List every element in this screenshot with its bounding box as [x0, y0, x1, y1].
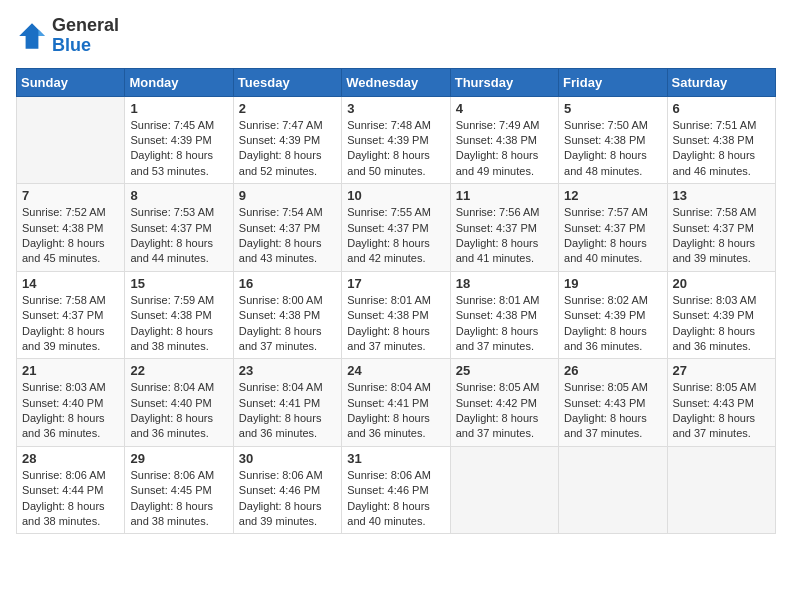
sunset: Sunset: 4:40 PM	[22, 397, 103, 409]
day-info: Sunrise: 7:47 AM Sunset: 4:39 PM Dayligh…	[239, 118, 336, 180]
calendar-cell: 7 Sunrise: 7:52 AM Sunset: 4:38 PM Dayli…	[17, 184, 125, 272]
day-info: Sunrise: 8:04 AM Sunset: 4:41 PM Dayligh…	[239, 380, 336, 442]
sunrise: Sunrise: 8:03 AM	[673, 294, 757, 306]
daylight-label: Daylight: 8 hours and 38 minutes.	[130, 325, 213, 352]
day-number: 30	[239, 451, 336, 466]
sunrise: Sunrise: 7:58 AM	[673, 206, 757, 218]
day-number: 29	[130, 451, 227, 466]
day-number: 19	[564, 276, 661, 291]
calendar-cell: 29 Sunrise: 8:06 AM Sunset: 4:45 PM Dayl…	[125, 446, 233, 534]
daylight-label: Daylight: 8 hours and 40 minutes.	[347, 500, 430, 527]
sunrise: Sunrise: 8:05 AM	[456, 381, 540, 393]
logo: General Blue	[16, 16, 119, 56]
sunset: Sunset: 4:39 PM	[673, 309, 754, 321]
calendar-cell: 25 Sunrise: 8:05 AM Sunset: 4:42 PM Dayl…	[450, 359, 558, 447]
day-header-tuesday: Tuesday	[233, 68, 341, 96]
day-info: Sunrise: 8:01 AM Sunset: 4:38 PM Dayligh…	[456, 293, 553, 355]
daylight-label: Daylight: 8 hours and 40 minutes.	[564, 237, 647, 264]
day-info: Sunrise: 7:54 AM Sunset: 4:37 PM Dayligh…	[239, 205, 336, 267]
day-number: 7	[22, 188, 119, 203]
calendar-cell: 11 Sunrise: 7:56 AM Sunset: 4:37 PM Dayl…	[450, 184, 558, 272]
daylight-label: Daylight: 8 hours and 48 minutes.	[564, 149, 647, 176]
sunrise: Sunrise: 8:04 AM	[347, 381, 431, 393]
sunrise: Sunrise: 7:47 AM	[239, 119, 323, 131]
calendar-cell	[559, 446, 667, 534]
sunset: Sunset: 4:39 PM	[564, 309, 645, 321]
day-info: Sunrise: 7:50 AM Sunset: 4:38 PM Dayligh…	[564, 118, 661, 180]
day-number: 1	[130, 101, 227, 116]
daylight-label: Daylight: 8 hours and 37 minutes.	[673, 412, 756, 439]
day-number: 20	[673, 276, 770, 291]
sunset: Sunset: 4:46 PM	[239, 484, 320, 496]
day-info: Sunrise: 8:06 AM Sunset: 4:46 PM Dayligh…	[347, 468, 444, 530]
calendar-cell: 28 Sunrise: 8:06 AM Sunset: 4:44 PM Dayl…	[17, 446, 125, 534]
sunset: Sunset: 4:43 PM	[673, 397, 754, 409]
sunset: Sunset: 4:38 PM	[456, 309, 537, 321]
day-number: 6	[673, 101, 770, 116]
calendar-cell: 4 Sunrise: 7:49 AM Sunset: 4:38 PM Dayli…	[450, 96, 558, 184]
daylight-label: Daylight: 8 hours and 36 minutes.	[347, 412, 430, 439]
daylight-label: Daylight: 8 hours and 50 minutes.	[347, 149, 430, 176]
day-info: Sunrise: 8:03 AM Sunset: 4:39 PM Dayligh…	[673, 293, 770, 355]
day-info: Sunrise: 8:04 AM Sunset: 4:41 PM Dayligh…	[347, 380, 444, 442]
calendar-cell: 24 Sunrise: 8:04 AM Sunset: 4:41 PM Dayl…	[342, 359, 450, 447]
sunset: Sunset: 4:37 PM	[347, 222, 428, 234]
calendar-cell: 31 Sunrise: 8:06 AM Sunset: 4:46 PM Dayl…	[342, 446, 450, 534]
calendar-cell: 18 Sunrise: 8:01 AM Sunset: 4:38 PM Dayl…	[450, 271, 558, 359]
svg-marker-1	[38, 29, 44, 35]
daylight-label: Daylight: 8 hours and 37 minutes.	[239, 325, 322, 352]
day-number: 9	[239, 188, 336, 203]
sunrise: Sunrise: 7:52 AM	[22, 206, 106, 218]
day-info: Sunrise: 7:57 AM Sunset: 4:37 PM Dayligh…	[564, 205, 661, 267]
calendar-cell: 6 Sunrise: 7:51 AM Sunset: 4:38 PM Dayli…	[667, 96, 775, 184]
daylight-label: Daylight: 8 hours and 45 minutes.	[22, 237, 105, 264]
sunrise: Sunrise: 7:55 AM	[347, 206, 431, 218]
sunrise: Sunrise: 8:06 AM	[347, 469, 431, 481]
day-number: 3	[347, 101, 444, 116]
calendar-week-3: 14 Sunrise: 7:58 AM Sunset: 4:37 PM Dayl…	[17, 271, 776, 359]
day-info: Sunrise: 7:52 AM Sunset: 4:38 PM Dayligh…	[22, 205, 119, 267]
day-number: 2	[239, 101, 336, 116]
sunrise: Sunrise: 7:50 AM	[564, 119, 648, 131]
sunset: Sunset: 4:38 PM	[130, 309, 211, 321]
sunset: Sunset: 4:38 PM	[564, 134, 645, 146]
sunrise: Sunrise: 8:05 AM	[564, 381, 648, 393]
calendar-cell: 1 Sunrise: 7:45 AM Sunset: 4:39 PM Dayli…	[125, 96, 233, 184]
day-header-monday: Monday	[125, 68, 233, 96]
calendar-cell: 8 Sunrise: 7:53 AM Sunset: 4:37 PM Dayli…	[125, 184, 233, 272]
day-info: Sunrise: 7:55 AM Sunset: 4:37 PM Dayligh…	[347, 205, 444, 267]
calendar-week-4: 21 Sunrise: 8:03 AM Sunset: 4:40 PM Dayl…	[17, 359, 776, 447]
sunset: Sunset: 4:38 PM	[239, 309, 320, 321]
daylight-label: Daylight: 8 hours and 36 minutes.	[22, 412, 105, 439]
sunset: Sunset: 4:41 PM	[239, 397, 320, 409]
daylight-label: Daylight: 8 hours and 38 minutes.	[130, 500, 213, 527]
sunrise: Sunrise: 8:04 AM	[239, 381, 323, 393]
day-info: Sunrise: 8:06 AM Sunset: 4:45 PM Dayligh…	[130, 468, 227, 530]
daylight-label: Daylight: 8 hours and 49 minutes.	[456, 149, 539, 176]
day-number: 18	[456, 276, 553, 291]
sunset: Sunset: 4:39 PM	[130, 134, 211, 146]
sunset: Sunset: 4:44 PM	[22, 484, 103, 496]
daylight-label: Daylight: 8 hours and 38 minutes.	[22, 500, 105, 527]
logo-text: General Blue	[52, 16, 119, 56]
calendar-cell: 26 Sunrise: 8:05 AM Sunset: 4:43 PM Dayl…	[559, 359, 667, 447]
day-header-wednesday: Wednesday	[342, 68, 450, 96]
daylight-label: Daylight: 8 hours and 37 minutes.	[456, 325, 539, 352]
calendar-cell: 16 Sunrise: 8:00 AM Sunset: 4:38 PM Dayl…	[233, 271, 341, 359]
day-number: 31	[347, 451, 444, 466]
day-info: Sunrise: 7:49 AM Sunset: 4:38 PM Dayligh…	[456, 118, 553, 180]
daylight-label: Daylight: 8 hours and 42 minutes.	[347, 237, 430, 264]
sunset: Sunset: 4:37 PM	[456, 222, 537, 234]
daylight-label: Daylight: 8 hours and 39 minutes.	[239, 500, 322, 527]
day-header-thursday: Thursday	[450, 68, 558, 96]
sunrise: Sunrise: 7:58 AM	[22, 294, 106, 306]
sunset: Sunset: 4:38 PM	[456, 134, 537, 146]
sunrise: Sunrise: 7:48 AM	[347, 119, 431, 131]
calendar-cell	[450, 446, 558, 534]
logo-icon	[16, 20, 48, 52]
sunrise: Sunrise: 8:02 AM	[564, 294, 648, 306]
day-number: 15	[130, 276, 227, 291]
calendar-cell: 12 Sunrise: 7:57 AM Sunset: 4:37 PM Dayl…	[559, 184, 667, 272]
calendar-cell	[17, 96, 125, 184]
sunrise: Sunrise: 8:06 AM	[22, 469, 106, 481]
